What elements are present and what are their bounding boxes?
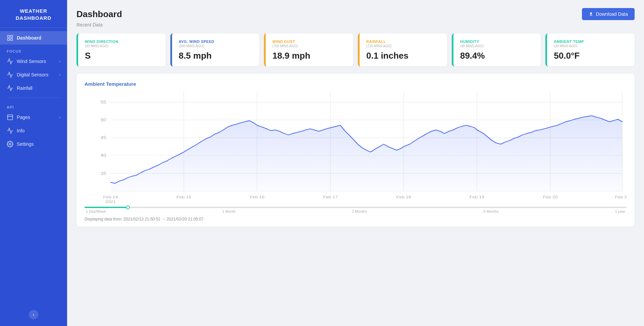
chart-card: Ambient Temperature — [76, 74, 635, 227]
sidebar: WEATHER DASHBOARD Dashboard FOCUS Wind S… — [0, 0, 67, 326]
card-avg-wind-speed-sublabel: (360 MINS AGO) — [179, 44, 253, 48]
sidebar-item-wind-sensors[interactable]: Wind Sensors › — [0, 55, 67, 68]
svg-text:45: 45 — [100, 135, 106, 140]
svg-text:Feb 18: Feb 18 — [396, 195, 411, 199]
card-ambient-temp-sublabel: (30 MINS AGO) — [554, 44, 628, 48]
download-button[interactable]: Download Data — [582, 8, 635, 20]
sidebar-item-settings[interactable]: Settings — [0, 137, 67, 151]
sidebar-label-digital-sensors: Digital Sensors — [17, 72, 48, 77]
card-avg-wind-speed-value: 8.5 mph — [179, 51, 253, 61]
sidebar-item-info[interactable]: Info — [0, 124, 67, 137]
timeline-track[interactable] — [85, 207, 627, 208]
display-range-label: Displaying data from: 2021/02/13 21:50:5… — [85, 217, 627, 221]
card-rainfall: RAINFALL (720 MINS AGO) 0.1 inches — [358, 34, 447, 66]
sidebar-collapse-button[interactable]: ‹ — [29, 310, 38, 319]
sidebar-label-dashboard: Dashboard — [17, 35, 41, 41]
main-content: Dashboard Download Data Recent Data WIND… — [67, 0, 644, 326]
card-humidity: HUMIDITY (30 MINS AGO) 89.4% — [452, 34, 541, 66]
svg-text:Feb 19: Feb 19 — [470, 195, 484, 199]
card-wind-direction: WIND DIRECTION (30 MINS AGO) S — [76, 34, 166, 66]
timeline-thumb[interactable] — [126, 205, 130, 209]
card-avg-wind-speed: AVG. WIND SPEED (360 MINS AGO) 8.5 mph — [170, 34, 260, 66]
svg-text:Feb 16: Feb 16 — [250, 195, 264, 199]
api-label: API — [0, 101, 67, 111]
svg-text:Feb 20: Feb 20 — [543, 195, 557, 199]
chart-container: 55 50 45 40 35 Feb 14 2021 Feb 15 Feb 16… — [85, 91, 627, 205]
sidebar-label-pages: Pages — [17, 115, 30, 120]
card-humidity-label: HUMIDITY — [460, 40, 534, 44]
sidebar-label-rainfall: Rainfall — [17, 85, 33, 91]
sidebar-label-wind-sensors: Wind Sensors — [17, 59, 46, 64]
svg-text:55: 55 — [100, 100, 106, 104]
card-wind-direction-value: S — [85, 51, 159, 61]
app-logo: WEATHER DASHBOARD — [0, 0, 67, 28]
wind-sensors-icon — [7, 58, 13, 65]
svg-rect-1 — [11, 36, 13, 38]
timeline-label-1month: 1 Month — [222, 209, 236, 213]
page-title: Dashboard — [76, 9, 122, 19]
sidebar-divider — [7, 97, 60, 98]
svg-rect-0 — [8, 36, 10, 38]
svg-rect-3 — [11, 39, 13, 41]
timeline-label-2months: 2 Months — [352, 209, 367, 213]
timeline-label-6months: 6 Months — [483, 209, 498, 213]
card-rainfall-label: RAINFALL — [366, 40, 440, 44]
svg-text:50: 50 — [100, 118, 106, 122]
svg-text:2021: 2021 — [105, 199, 116, 204]
svg-text:Feb 14: Feb 14 — [103, 195, 118, 199]
dashboard-icon — [7, 35, 13, 41]
sidebar-item-digital-sensors[interactable]: Digital Sensors › — [0, 68, 67, 81]
sidebar-item-rainfall[interactable]: Rainfall — [0, 81, 67, 95]
sidebar-item-pages[interactable]: Pages › — [0, 111, 67, 124]
svg-text:35: 35 — [100, 171, 106, 176]
svg-text:Feb 21: Feb 21 — [615, 195, 627, 199]
card-humidity-sublabel: (30 MINS AGO) — [460, 44, 534, 48]
section-subtitle: Recent Data — [76, 22, 635, 27]
timeline-slider[interactable]: 1 Day/Week 1 Month 2 Months 6 Months 1 y… — [85, 207, 627, 213]
card-wind-gust-label: WIND GUST — [272, 40, 346, 44]
timeline-label-day: 1 Day/Week — [86, 209, 106, 213]
rainfall-icon — [7, 85, 13, 91]
sidebar-item-dashboard[interactable]: Dashboard — [0, 31, 67, 45]
svg-rect-2 — [8, 39, 10, 41]
chevron-icon: › — [59, 59, 60, 64]
timeline-labels: 1 Day/Week 1 Month 2 Months 6 Months 1 y… — [85, 209, 627, 213]
svg-rect-4 — [8, 115, 13, 120]
card-ambient-temp-label: AMBIENT TEMP — [554, 40, 628, 44]
card-wind-gust: WIND GUST (720 MINS AGO) 18.9 mph — [264, 34, 353, 66]
timeline-label-1year: 1 year — [615, 209, 625, 213]
settings-icon — [7, 141, 13, 147]
svg-text:Feb 15: Feb 15 — [176, 195, 191, 199]
card-humidity-value: 89.4% — [460, 51, 534, 61]
svg-text:Feb 17: Feb 17 — [323, 195, 338, 199]
temperature-chart: 55 50 45 40 35 Feb 14 2021 Feb 15 Feb 16… — [85, 91, 627, 205]
focus-label: FOCUS — [0, 45, 67, 55]
svg-point-6 — [9, 143, 11, 145]
card-wind-direction-sublabel: (30 MINS AGO) — [85, 44, 159, 48]
card-avg-wind-speed-label: AVG. WIND SPEED — [179, 40, 253, 44]
cards-row: WIND DIRECTION (30 MINS AGO) S AVG. WIND… — [76, 34, 635, 66]
download-icon — [589, 12, 593, 16]
card-rainfall-sublabel: (720 MINS AGO) — [366, 44, 440, 48]
sidebar-label-settings: Settings — [17, 141, 34, 147]
card-wind-gust-sublabel: (720 MINS AGO) — [272, 44, 346, 48]
timeline-fill — [85, 207, 128, 208]
chevron-icon: › — [59, 115, 60, 120]
sidebar-nav: Dashboard FOCUS Wind Sensors › Digital S… — [0, 28, 67, 310]
chevron-icon: › — [59, 72, 60, 77]
card-rainfall-value: 0.1 inches — [366, 51, 440, 61]
svg-text:40: 40 — [100, 153, 106, 158]
card-wind-direction-label: WIND DIRECTION — [85, 40, 159, 44]
card-wind-gust-value: 18.9 mph — [272, 51, 346, 61]
sidebar-label-info: Info — [17, 128, 24, 133]
digital-sensors-icon — [7, 71, 13, 78]
pages-icon — [7, 114, 13, 121]
chart-title: Ambient Temperature — [85, 81, 627, 87]
page-header: Dashboard Download Data — [76, 8, 635, 20]
card-ambient-temp: AMBIENT TEMP (30 MINS AGO) 50.0°F — [545, 34, 635, 66]
info-icon — [7, 127, 13, 134]
card-ambient-temp-value: 50.0°F — [554, 51, 628, 61]
